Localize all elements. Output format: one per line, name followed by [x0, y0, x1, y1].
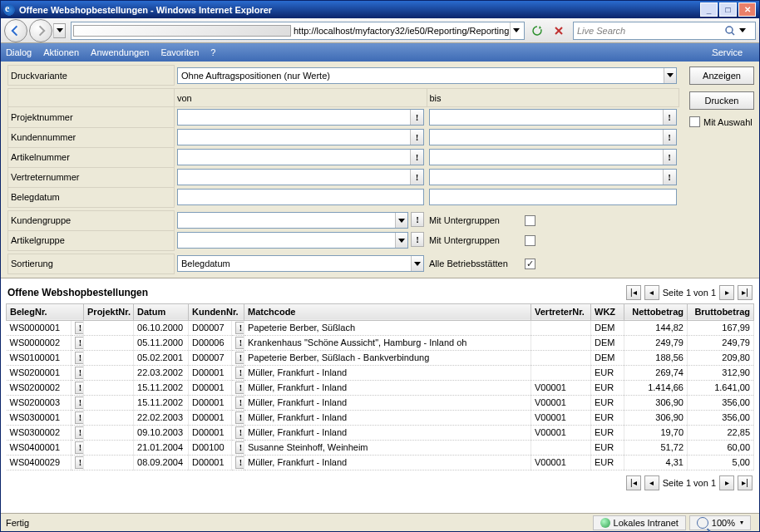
col-kundennr[interactable]: KundenNr.: [189, 303, 244, 320]
maximize-button[interactable]: □: [719, 2, 737, 17]
pager-first[interactable]: |◂: [626, 285, 641, 300]
table-row[interactable]: WS0200001!22.03.2002D00001!Müller, Frank…: [7, 365, 754, 380]
anzeigen-button[interactable]: Anzeigen: [689, 66, 754, 85]
cell-kundennr-picker[interactable]: !: [232, 455, 244, 470]
menu-favoriten[interactable]: Favoriten: [160, 47, 199, 57]
minimize-button[interactable]: _: [700, 2, 718, 17]
kundennummer-bis-input[interactable]: !: [429, 129, 677, 145]
cell-kundennr-picker[interactable]: !: [232, 425, 244, 440]
kundennummer-von-input[interactable]: !: [177, 129, 424, 145]
picker-icon[interactable]: !: [663, 150, 676, 165]
table-row[interactable]: WS0200003!15.11.2002D00001!Müller, Frank…: [7, 395, 754, 410]
mit-auswahl-checkbox[interactable]: [689, 116, 700, 127]
table-row[interactable]: WS0200002!15.11.2002D00001!Müller, Frank…: [7, 380, 754, 395]
cell-kundennr-picker[interactable]: !: [232, 320, 244, 335]
col-wkz[interactable]: WKZ: [591, 303, 624, 320]
cell-kundennr-picker[interactable]: !: [232, 380, 244, 395]
kundengruppe-select[interactable]: [177, 212, 408, 229]
cell-kundennr-picker[interactable]: !: [232, 410, 244, 425]
col-vertreternr[interactable]: VertreterNr.: [531, 303, 591, 320]
cell-kundennr-picker[interactable]: !: [232, 350, 244, 365]
cell-belegnr-picker[interactable]: !: [72, 320, 84, 335]
artikelgruppe-picker[interactable]: !: [411, 232, 424, 247]
artikelnummer-von-input[interactable]: !: [177, 149, 424, 165]
menu-dialog[interactable]: Dialog: [6, 47, 32, 57]
cell-belegnr-picker[interactable]: !: [72, 455, 84, 470]
projektnummer-bis-input[interactable]: !: [429, 109, 677, 126]
belegdatum-bis-input[interactable]: [429, 189, 677, 205]
back-button[interactable]: [4, 19, 27, 42]
search-dropdown[interactable]: [739, 28, 752, 32]
picker-icon[interactable]: !: [663, 110, 676, 125]
stop-button[interactable]: [550, 22, 568, 40]
col-bruttobetrag[interactable]: Bruttobetrag: [688, 303, 754, 320]
pager-next[interactable]: ▸: [719, 475, 734, 490]
col-belegnr[interactable]: BelegNr.: [7, 303, 84, 320]
picker-icon[interactable]: !: [663, 130, 676, 145]
cell-projektnr: [84, 350, 134, 365]
url-dropdown[interactable]: [510, 22, 522, 39]
cell-belegnr-picker[interactable]: !: [72, 380, 84, 395]
belegdatum-von-input[interactable]: [177, 189, 424, 205]
picker-icon[interactable]: !: [410, 110, 423, 125]
picker-icon[interactable]: !: [410, 150, 423, 165]
picker-icon[interactable]: !: [410, 170, 423, 185]
cell-belegnr-picker[interactable]: !: [72, 395, 84, 410]
vertreternummer-von-input[interactable]: !: [177, 169, 424, 185]
forward-button[interactable]: [29, 19, 52, 42]
close-button[interactable]: ✕: [738, 2, 756, 17]
kundengruppe-picker[interactable]: !: [411, 212, 424, 227]
pager-first[interactable]: |◂: [626, 475, 641, 490]
cell-belegnr-picker[interactable]: !: [72, 425, 84, 440]
table-row[interactable]: WS0300001!22.02.2003D00001!Müller, Frank…: [7, 410, 754, 425]
col-nettobetrag[interactable]: Nettobetrag: [624, 303, 688, 320]
col-matchcode[interactable]: Matchcode: [244, 303, 531, 320]
menu-service[interactable]: Service: [712, 47, 743, 57]
menu-anwendungen[interactable]: Anwendungen: [91, 47, 149, 57]
table-row[interactable]: WS0300002!09.10.2003D00001!Müller, Frank…: [7, 425, 754, 440]
picker-icon[interactable]: !: [663, 170, 676, 185]
table-row[interactable]: WS0400029!08.09.2004D00001!Müller, Frank…: [7, 455, 754, 470]
cell-belegnr-picker[interactable]: !: [72, 440, 84, 455]
pager-prev[interactable]: ◂: [644, 285, 659, 300]
pager-next[interactable]: ▸: [719, 285, 734, 300]
col-projektnr[interactable]: ProjektNr.: [84, 303, 134, 320]
pager-last[interactable]: ▸|: [738, 475, 753, 490]
artikelnummer-bis-input[interactable]: !: [429, 149, 677, 165]
kundengruppe-label: Kundengruppe: [8, 210, 175, 230]
table-row[interactable]: WS0400001!21.01.2004D00100!Susanne Stein…: [7, 440, 754, 455]
table-row[interactable]: WS0000001!06.10.2000D00007!Papeterie Ber…: [7, 320, 754, 335]
pager-last[interactable]: ▸|: [738, 285, 753, 300]
alle-betriebsstaetten-checkbox[interactable]: [525, 259, 535, 269]
pager-label: Seite 1 von 1: [663, 478, 716, 488]
kundengruppe-untergruppen-checkbox[interactable]: [525, 215, 535, 226]
cell-belegnr-picker[interactable]: !: [72, 335, 84, 350]
artikelgruppe-select[interactable]: [177, 232, 408, 249]
col-datum[interactable]: Datum: [134, 303, 189, 320]
projektnummer-von-input[interactable]: !: [177, 109, 424, 126]
nav-history-dropdown[interactable]: [53, 23, 66, 38]
menu-help[interactable]: ?: [210, 47, 215, 57]
artikelgruppe-untergruppen-checkbox[interactable]: [525, 235, 535, 246]
sortierung-select[interactable]: Belegdatum: [177, 255, 424, 272]
pager-prev[interactable]: ◂: [644, 475, 659, 490]
vertreternummer-bis-input[interactable]: !: [429, 169, 677, 185]
status-zoom[interactable]: 100% ▾: [689, 515, 751, 530]
cell-belegnr-picker[interactable]: !: [72, 365, 84, 380]
header-bis: bis: [427, 89, 679, 107]
cell-kundennr-picker[interactable]: !: [232, 365, 244, 380]
drucken-button[interactable]: Drucken: [689, 91, 754, 110]
cell-kundennr-picker[interactable]: !: [232, 395, 244, 410]
cell-belegnr-picker[interactable]: !: [72, 350, 84, 365]
cell-kundennr-picker[interactable]: !: [232, 440, 244, 455]
refresh-button[interactable]: [528, 22, 546, 40]
menu-aktionen[interactable]: Aktionen: [43, 47, 79, 57]
druckvariante-select[interactable]: Ohne Auftragspositionen (nur Werte): [177, 67, 677, 84]
url-bar[interactable]: http://localhost/myfactory32/ie50/Report…: [71, 22, 525, 40]
cell-belegnr-picker[interactable]: !: [72, 410, 84, 425]
table-row[interactable]: WS0000002!05.11.2000D00006!Krankenhaus "…: [7, 335, 754, 350]
cell-kundennr-picker[interactable]: !: [232, 335, 244, 350]
table-row[interactable]: WS0100001!05.02.2001D00007!Papeterie Ber…: [7, 350, 754, 365]
live-search-input[interactable]: Live Search: [573, 22, 756, 40]
picker-icon[interactable]: !: [410, 130, 423, 145]
